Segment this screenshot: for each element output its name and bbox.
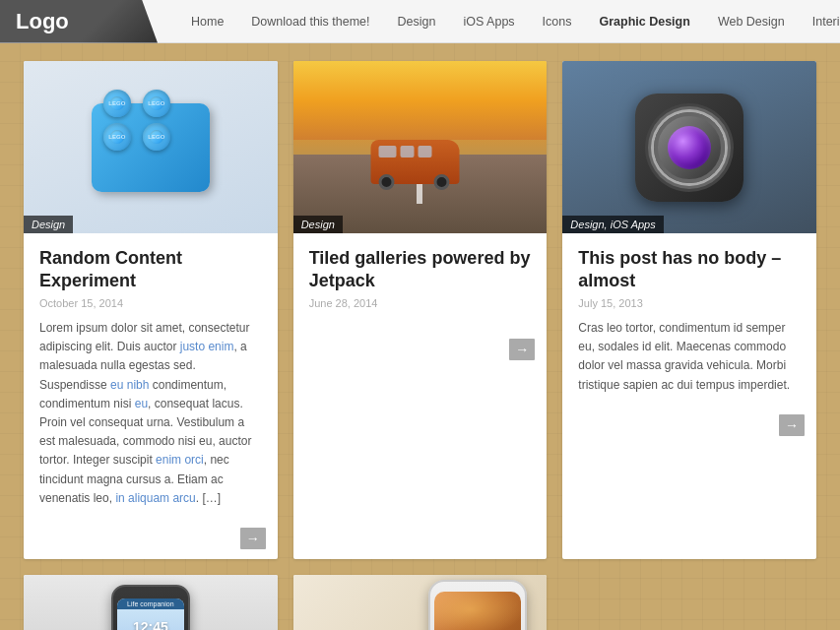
card-4: Life companion 12:45 Sunday, Oct 15 — [24, 575, 278, 630]
lego-stud-bl: LEGO — [103, 123, 131, 151]
lego-image: LEGO LEGO LEGO LEGO — [24, 61, 278, 233]
card-1-arrow-area: → — [24, 522, 278, 559]
card-3-arrow-area: → — [562, 409, 816, 446]
lego-brick: LEGO LEGO LEGO LEGO — [92, 103, 210, 192]
card-1-title: Random Content Experiment — [39, 247, 262, 291]
card-5-image: Gourmet Chinese Food 24 — [293, 575, 548, 630]
camera-image — [562, 61, 816, 233]
samsung-phone: Life companion 12:45 Sunday, Oct 15 — [111, 585, 190, 630]
card-4-image: Life companion 12:45 Sunday, Oct 15 — [24, 575, 278, 630]
nav-home[interactable]: Home — [177, 0, 237, 43]
lego-text-tl: LEGO — [108, 100, 125, 106]
gourmet-food-img — [434, 592, 521, 630]
nav-icons[interactable]: Icons — [529, 0, 586, 43]
main-nav: Home Download this theme! Design iOS App… — [158, 0, 840, 43]
bus-window-1 — [379, 146, 397, 158]
lego-stud-tl: LEGO — [103, 90, 131, 117]
card-3-image: Design, iOS Apps — [562, 61, 816, 233]
card-1-link-4[interactable]: enim orci — [156, 453, 204, 467]
bus-wheel-back — [434, 174, 450, 190]
card-3: Design, iOS Apps This post has no body –… — [562, 61, 816, 559]
bus-window-3 — [419, 146, 432, 158]
nav-design[interactable]: Design — [384, 0, 450, 43]
lego-stud-tr: LEGO — [143, 90, 170, 117]
phone-screen-header: Life companion — [117, 598, 184, 609]
bus-wheel-front — [379, 174, 395, 190]
lego-stud-br: LEGO — [143, 123, 170, 151]
card-3-date: July 15, 2013 — [578, 297, 801, 309]
card-2-date: June 28, 2014 — [309, 297, 532, 309]
logo[interactable]: Logo — [0, 0, 158, 43]
bus-image — [293, 61, 548, 233]
lego-text-tr: LEGO — [148, 100, 164, 106]
card-2: Design Tiled galleries powered by Jetpac… — [293, 61, 548, 559]
bus-sky — [293, 61, 548, 140]
lego-text-bl: LEGO — [108, 134, 125, 140]
gourmet-screen: Gourmet Chinese Food 24 — [434, 592, 521, 630]
header: Logo Home Download this theme! Design iO… — [0, 0, 840, 43]
nav-ios-apps[interactable]: iOS Apps — [449, 0, 528, 43]
nav-graphic-design[interactable]: Graphic Design — [585, 0, 703, 43]
gourmet-food-overlay — [434, 592, 521, 630]
camera-lens — [654, 112, 725, 183]
card-3-category: Design, iOS Apps — [562, 216, 663, 233]
card-1-image: LEGO LEGO LEGO LEGO Design — [24, 61, 278, 233]
card-grid: LEGO LEGO LEGO LEGO Design — [24, 61, 816, 630]
card-1-link-1[interactable]: justo enim — [180, 340, 234, 353]
card-3-title: This post has no body – almost — [578, 247, 801, 291]
card-3-arrow-btn[interactable]: → — [779, 414, 805, 436]
card-2-title: Tiled galleries powered by Jetpack — [309, 247, 532, 291]
card-3-body: This post has no body – almost July 15, … — [562, 233, 816, 409]
bus-vehicle — [371, 130, 460, 184]
phone-screen: Life companion 12:45 Sunday, Oct 15 — [117, 598, 184, 630]
card-2-category: Design — [293, 216, 343, 233]
card-1-text: Lorem ipsum dolor sit amet, consectetur … — [39, 319, 262, 508]
card-2-arrow-area: → — [293, 333, 548, 370]
card-2-body: Tiled galleries powered by Jetpack June … — [293, 233, 548, 333]
camera-icon — [635, 94, 743, 202]
nav-download[interactable]: Download this theme! — [237, 0, 383, 43]
card-2-arrow-btn[interactable]: → — [509, 339, 535, 360]
card-1-body: Random Content Experiment October 15, 20… — [24, 233, 278, 522]
bus-body — [371, 140, 460, 184]
main-content: LEGO LEGO LEGO LEGO Design — [0, 43, 840, 630]
card-5: Gourmet Chinese Food 24 — [293, 575, 548, 630]
camera-lens-inner — [668, 126, 711, 169]
gourmet-phone: Gourmet Chinese Food 24 — [428, 580, 527, 630]
card-1-link-5[interactable]: in aliquam arcu — [115, 491, 195, 505]
card-1-arrow-btn[interactable]: → — [240, 528, 266, 549]
phone-screen-time: 12:45 — [117, 619, 184, 630]
nav-web-design[interactable]: Web Design — [704, 0, 799, 43]
card-1-date: October 15, 2014 — [39, 297, 262, 309]
card-1: LEGO LEGO LEGO LEGO Design — [24, 61, 278, 559]
card-1-link-2[interactable]: eu nibh — [110, 378, 149, 392]
card-1-category: Design — [24, 216, 73, 233]
nav-interior-design[interactable]: Interior Design — [799, 0, 840, 43]
bus-window-2 — [401, 146, 415, 158]
card-3-text: Cras leo tortor, condimentum id semper e… — [578, 319, 801, 395]
phone-image: Life companion 12:45 Sunday, Oct 15 — [24, 575, 278, 630]
lego-text-br: LEGO — [148, 134, 164, 140]
card-2-image: Design — [293, 61, 548, 233]
card-1-link-3[interactable]: eu — [135, 397, 148, 410]
logo-text: Logo — [16, 9, 69, 34]
gourmet-image: Gourmet Chinese Food 24 — [293, 575, 548, 630]
